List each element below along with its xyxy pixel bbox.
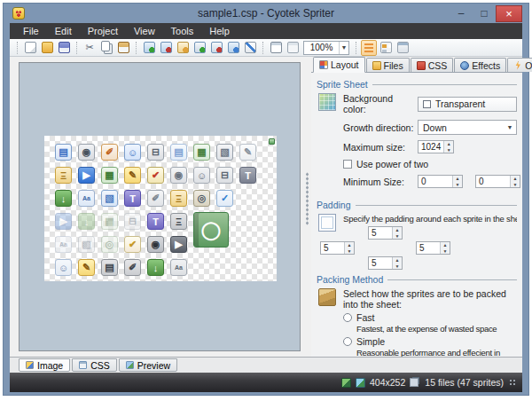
sprite-clipboard-check[interactable]: ✔	[147, 167, 164, 184]
radio-button[interactable]	[343, 313, 352, 322]
menu-file[interactable]: File	[15, 23, 47, 39]
paste-button[interactable]	[115, 40, 131, 56]
menu-tools[interactable]: Tools	[163, 23, 202, 39]
sprite-small-sprite[interactable]	[269, 138, 275, 145]
sprite-camera-2[interactable]: ◉	[170, 167, 187, 184]
maximum-size-stepper[interactable]: 1024 ▲▼	[418, 140, 454, 153]
sprite-book-search-faded[interactable]: ◎	[101, 236, 118, 253]
sprite-window-search-2[interactable]: ▤	[170, 144, 187, 161]
panel-splitter[interactable]	[302, 57, 311, 357]
sprite-floppy-t-purple[interactable]: T	[124, 190, 141, 207]
sprite-eyedropper-dark[interactable]: ✐	[124, 259, 141, 276]
sprite-download-faded[interactable]: ↓	[78, 213, 95, 230]
tab-css[interactable]: CSS	[411, 58, 454, 72]
padding-top-stepper[interactable]: 5 ▲▼	[368, 226, 403, 240]
remove-sprite-button[interactable]	[158, 40, 174, 56]
zoom-level-combo[interactable]: 100% ▼	[303, 41, 349, 55]
tab-preview[interactable]: Preview	[119, 358, 177, 372]
sprite-database-dark[interactable]: Ξ	[170, 213, 187, 230]
sprite-task-check[interactable]: ✓	[216, 190, 233, 207]
radio-fast[interactable]: Fast	[343, 312, 517, 323]
sprite-eyedropper-2[interactable]: ✐	[147, 190, 164, 207]
sprite-canvas[interactable]: ▤◉✐☺⊟▤▦▧✎Ξ▶▦✎✔◉☺⊟T↓Aa▧T✐Ξ◎✓▶↓▦⊟TΞAa▧◎✔◉▶…	[19, 62, 301, 351]
tab-optimize[interactable]: Optimize	[507, 58, 532, 72]
sprite-page-edit[interactable]: ✎	[239, 144, 256, 161]
radio-button[interactable]	[343, 337, 352, 346]
sprite-play[interactable]: ▶	[78, 167, 95, 184]
sprite-eyedropper[interactable]: ✐	[101, 144, 118, 161]
edit-sprite-button[interactable]	[175, 40, 191, 56]
chevron-down-icon[interactable]: ▼	[339, 42, 348, 54]
tab-effects[interactable]: Effects	[454, 58, 506, 72]
background-color-button[interactable]: Transparent	[418, 97, 517, 112]
sprite-printer-2[interactable]: ⊟	[216, 167, 233, 184]
menu-project[interactable]: Project	[80, 23, 126, 39]
spin-down-icon[interactable]: ▼	[511, 182, 520, 188]
window-view-toggle[interactable]	[395, 40, 411, 56]
sprite-notebook-search[interactable]: ◯	[193, 212, 229, 248]
sprite-user-card[interactable]: ☺	[124, 144, 141, 161]
sprite-font-eraser-2[interactable]: Aa	[170, 259, 187, 276]
tab-layout[interactable]: Layout	[313, 57, 365, 73]
tab-css-view[interactable]: CSS	[72, 358, 117, 372]
sprite-user-copy[interactable]: ☺	[193, 167, 210, 184]
sprite-crop-faded[interactable]: ▧	[78, 236, 95, 253]
sprite-camera-dark[interactable]: ◉	[147, 236, 164, 253]
sprite-note-edit-2[interactable]: ✎	[78, 259, 95, 276]
close-button[interactable]: ×	[496, 5, 522, 22]
tab-image[interactable]: Image	[19, 358, 70, 372]
sprite-book-search[interactable]: ◎	[193, 190, 210, 207]
resize-grip[interactable]	[508, 378, 517, 387]
sprite-font-eraser[interactable]: Aa	[78, 190, 95, 207]
save-button[interactable]	[56, 40, 72, 56]
sprite-floppy-t[interactable]: T	[239, 167, 256, 184]
spin-down-icon[interactable]: ▼	[393, 263, 402, 270]
minimize-button[interactable]: –	[450, 5, 473, 22]
actual-size-button[interactable]	[285, 40, 301, 56]
new-button[interactable]	[22, 40, 38, 56]
use-power-of-two-checkbox[interactable]: Use power of two	[343, 159, 517, 169]
sprite-clipboard-check-2[interactable]: ✔	[124, 236, 141, 253]
sprite-font-faded[interactable]: Aa	[55, 236, 72, 253]
spin-down-icon[interactable]: ▼	[345, 248, 354, 255]
export-button[interactable]	[242, 40, 258, 56]
sprite-film-add-2[interactable]: ▦	[101, 167, 118, 184]
sprite-play-dark[interactable]: ▶	[170, 236, 187, 253]
remove-image-button[interactable]	[208, 40, 224, 56]
padding-left-stepper[interactable]: 5 ▲▼	[320, 241, 355, 255]
padding-bottom-stepper[interactable]: 5 ▲▼	[368, 256, 403, 270]
padding-right-stepper[interactable]: 5 ▲▼	[416, 241, 450, 255]
minimum-height-stepper[interactable]: 0 ▲▼	[475, 175, 520, 188]
growth-direction-select[interactable]: Down ▼	[418, 120, 517, 135]
open-button[interactable]	[39, 40, 55, 56]
add-sprite-button[interactable]	[141, 40, 157, 56]
sprite-image-crop[interactable]: ▧	[216, 144, 233, 161]
preview-window-button[interactable]	[268, 40, 284, 56]
menu-edit[interactable]: Edit	[47, 23, 80, 39]
tab-files[interactable]: Files	[366, 58, 410, 72]
spin-down-icon[interactable]: ▼	[453, 182, 462, 188]
radio-simple[interactable]: Simple	[343, 336, 517, 347]
sprite-film-faded[interactable]: ▦	[101, 213, 118, 230]
sprite-download-old[interactable]: ↓	[55, 190, 72, 207]
minimum-width-stepper[interactable]: 0 ▲▼	[418, 175, 463, 188]
sprite-database-info-2[interactable]: Ξ	[170, 190, 187, 207]
sprite-database-info[interactable]: Ξ	[55, 167, 72, 184]
sprite-camera[interactable]: ◉	[78, 144, 95, 161]
sprite-image-crop-2[interactable]: ▧	[101, 190, 118, 207]
sprite-sheet[interactable]: ▤◉✐☺⊟▤▦▧✎Ξ▶▦✎✔◉☺⊟T↓Aa▧T✐Ξ◎✓▶↓▦⊟TΞAa▧◎✔◉▶…	[44, 136, 277, 281]
cut-button[interactable]	[82, 40, 98, 56]
sprite-printer-check[interactable]: ⊟	[147, 144, 164, 161]
thumbnail-view-toggle[interactable]	[378, 40, 394, 56]
sprite-printer-faded[interactable]: ⊟	[124, 213, 141, 230]
sprite-window-search[interactable]: ▤	[55, 144, 72, 161]
spin-down-icon[interactable]: ▼	[441, 248, 450, 255]
add-image-button[interactable]	[192, 40, 207, 56]
spin-down-icon[interactable]: ▼	[393, 233, 402, 240]
checkbox-box[interactable]	[343, 160, 352, 169]
sprite-film-add[interactable]: ▦	[193, 144, 210, 161]
sprite-window-search-dark[interactable]: ▤	[101, 259, 118, 276]
sprite-play-faded[interactable]: ▶	[55, 213, 72, 230]
menu-view[interactable]: View	[126, 23, 163, 39]
list-view-toggle[interactable]	[361, 40, 377, 56]
